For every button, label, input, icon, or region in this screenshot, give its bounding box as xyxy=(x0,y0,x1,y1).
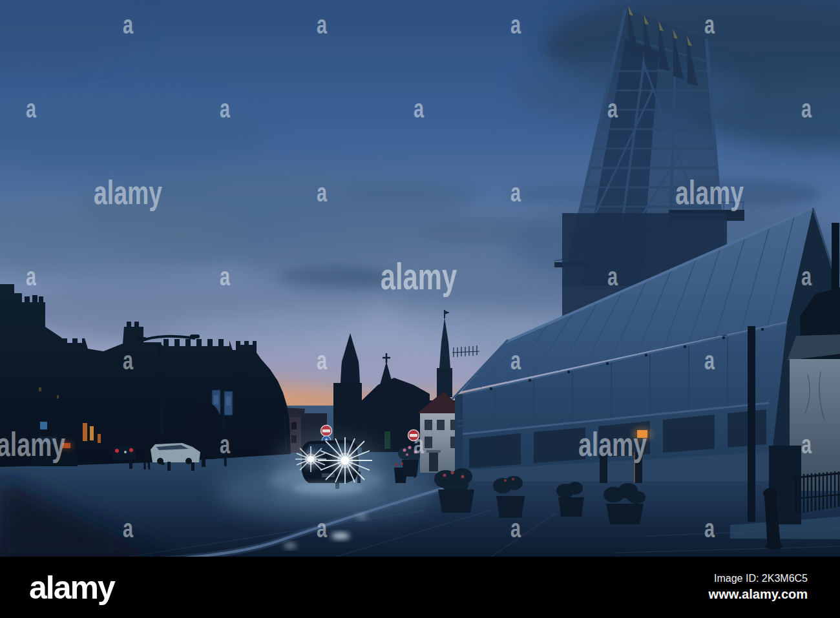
door xyxy=(635,452,642,483)
parked-van xyxy=(30,431,78,466)
watermark-bar: alamy Image ID: 2K3M6C5 www.alamy.com xyxy=(0,557,840,618)
lamp-pole-right xyxy=(748,326,755,522)
photo-region: aaaaaaaaaalamyaaalamyaaalamyaaaaaaalamya… xyxy=(0,0,840,557)
approaching-car xyxy=(270,437,386,508)
alamy-url: www.alamy.com xyxy=(709,587,808,602)
stock-photo-page: aaaaaaaaaalamyaaalamyaaalamyaaaaaaalamya… xyxy=(0,0,840,618)
church-banner xyxy=(384,431,390,449)
curb-reflection xyxy=(331,533,350,539)
car-taillights xyxy=(112,446,136,460)
door xyxy=(600,452,607,483)
image-meta: Image ID: 2K3M6C5 www.alamy.com xyxy=(709,573,808,602)
alamy-logo: alamy xyxy=(29,569,114,606)
dusk-street-scene xyxy=(0,0,840,557)
image-id: Image ID: 2K3M6C5 xyxy=(714,573,808,584)
planter xyxy=(556,482,584,517)
